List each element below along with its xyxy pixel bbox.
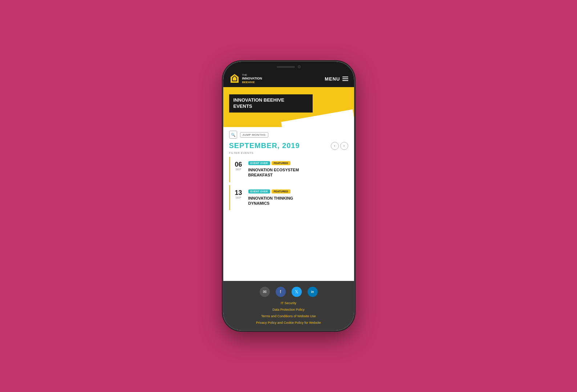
jump-months-button[interactable]: JUMP MONTHS xyxy=(240,132,268,138)
footer-link-data-protection[interactable]: Data Protection Policy xyxy=(229,308,348,311)
next-arrow-icon: › xyxy=(344,144,345,148)
badge-featured-1: FEATURED xyxy=(272,161,290,165)
event-date-1: 06 SEP xyxy=(233,161,244,178)
speaker xyxy=(277,66,295,68)
logo-area: the INNOVATION BEEHIVE xyxy=(229,73,262,84)
badge-event-over-1: EVENT OVER xyxy=(248,161,270,165)
event-badges-1: EVENT OVER FEATURED xyxy=(248,161,348,165)
hamburger-icon xyxy=(342,77,348,81)
event-title-line2-1: BREAKFAST xyxy=(248,173,273,177)
nav-arrows: ‹ › xyxy=(331,142,348,150)
hero-title-box: INNOVATION BEEHIVE EVENTS xyxy=(229,94,313,113)
logo-beehive: BEEHIVE xyxy=(242,81,262,84)
footer: ✉ f 𝕏 in IT Security Data Protection Pol… xyxy=(223,281,354,330)
hero-section: INNOVATION BEEHIVE EVENTS xyxy=(223,87,354,127)
email-icon[interactable]: ✉ xyxy=(260,287,270,297)
filter-bar: 🔍 JUMP MONTHS xyxy=(223,127,354,140)
logo-innovation: INNOVATION xyxy=(242,77,262,81)
camera xyxy=(298,65,301,68)
event-day-2: 13 xyxy=(233,189,244,196)
event-item-wrapper-2: 13 SEP EVENT OVER FEATURED INNO xyxy=(229,185,348,211)
search-icon: 🔍 xyxy=(231,133,235,137)
next-month-button[interactable]: › xyxy=(340,142,348,150)
twitter-icon[interactable]: 𝕏 xyxy=(292,287,302,297)
logo-icon xyxy=(229,73,240,84)
footer-link-it-security[interactable]: IT Security xyxy=(229,301,348,305)
event-title-line2-2: DYNAMICS xyxy=(248,201,270,205)
prev-month-button[interactable]: ‹ xyxy=(331,142,339,150)
event-title-2: INNOVATION THINKING DYNAMICS xyxy=(248,196,348,206)
event-info-2: EVENT OVER FEATURED INNOVATION THINKING … xyxy=(248,189,348,206)
events-list: 06 SEP EVENT OVER FEATURED INNO xyxy=(223,157,354,210)
phone-screen: the INNOVATION BEEHIVE MENU xyxy=(223,62,354,330)
social-icons: ✉ f 𝕏 in xyxy=(229,287,348,297)
search-button[interactable]: 🔍 xyxy=(229,131,237,139)
menu-button[interactable]: MENU xyxy=(325,76,348,82)
menu-label: MENU xyxy=(325,76,340,82)
event-title-line1-1: INNOVATION ECOSYSTEM xyxy=(248,168,299,172)
linkedin-icon[interactable]: in xyxy=(308,287,318,297)
event-badges-2: EVENT OVER FEATURED xyxy=(248,189,348,193)
footer-link-terms[interactable]: Terms and Conditions of Website Use xyxy=(229,314,348,318)
facebook-icon[interactable]: f xyxy=(276,287,286,297)
month-navigation: SEPTEMBER, 2019 ‹ › xyxy=(223,140,354,151)
logo-the: the xyxy=(242,74,262,77)
footer-link-privacy[interactable]: Privacy Policy and Cookie Policy for Web… xyxy=(229,321,348,324)
content-area: 🔍 JUMP MONTHS SEPTEMBER, 2019 ‹ xyxy=(223,127,354,281)
logo-text: the INNOVATION BEEHIVE xyxy=(242,74,262,84)
badge-event-over-2: EVENT OVER xyxy=(248,189,270,193)
event-item-2[interactable]: 13 SEP EVENT OVER FEATURED INNO xyxy=(233,185,348,211)
hero-title-line2: EVENTS xyxy=(233,103,252,109)
event-date-2: 13 SEP xyxy=(233,189,244,206)
event-day-1: 06 xyxy=(233,161,244,168)
event-month-1: SEP xyxy=(233,168,244,171)
event-item-wrapper-1: 06 SEP EVENT OVER FEATURED INNO xyxy=(229,157,348,182)
filter-events-label: FILTER EVENTS xyxy=(223,151,354,157)
jump-months-label: JUMP MONTHS xyxy=(243,133,266,136)
footer-links: IT Security Data Protection Policy Terms… xyxy=(229,301,348,324)
event-title-line1-2: INNOVATION THINKING xyxy=(248,196,293,200)
event-info-1: EVENT OVER FEATURED INNOVATION ECOSYSTEM… xyxy=(248,161,348,178)
phone-frame: the INNOVATION BEEHIVE MENU xyxy=(223,62,354,330)
badge-featured-2: FEATURED xyxy=(272,189,290,193)
event-title-1: INNOVATION ECOSYSTEM BREAKFAST xyxy=(248,167,348,178)
prev-arrow-icon: ‹ xyxy=(334,144,335,148)
phone-mockup: the INNOVATION BEEHIVE MENU xyxy=(223,62,354,330)
event-item-1[interactable]: 06 SEP EVENT OVER FEATURED INNO xyxy=(233,157,348,182)
phone-notch xyxy=(263,62,314,72)
month-title: SEPTEMBER, 2019 xyxy=(229,142,300,150)
hero-title-line1: INNOVATION BEEHIVE xyxy=(233,97,284,103)
event-month-2: SEP xyxy=(233,196,244,199)
